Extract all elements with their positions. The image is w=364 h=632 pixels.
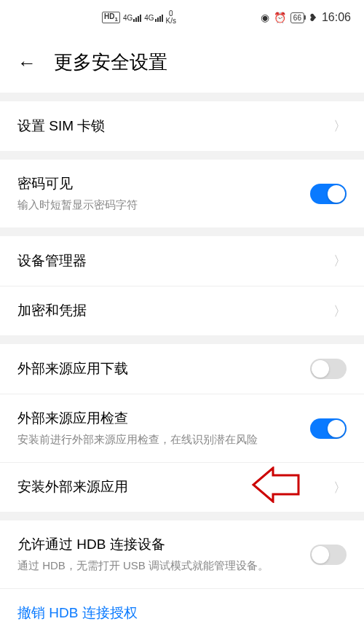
row-external-download[interactable]: 外部来源应用下载 [0, 344, 364, 394]
chevron-right-icon: 〉 [333, 303, 347, 320]
signal-1: 4G [123, 14, 141, 22]
row-device-admin[interactable]: 设备管理器 〉 [0, 236, 364, 286]
row-subtitle: 通过 HDB，无需打开 USB 调试模式就能管理设备。 [17, 558, 301, 574]
row-sim-lock[interactable]: 设置 SIM 卡锁 〉 [0, 101, 364, 151]
row-external-check[interactable]: 外部来源应用检查 安装前进行外部来源应用检查，在线识别潜在风险 [0, 394, 364, 462]
chevron-right-icon: 〉 [333, 479, 347, 496]
toggle-hdb[interactable] [310, 545, 347, 565]
page-title: 更多安全设置 [54, 50, 167, 75]
net-speed: 0K/s [166, 10, 176, 25]
row-label: 加密和凭据 [17, 301, 325, 321]
eye-icon: ◉ [261, 12, 269, 23]
toggle-external-download[interactable] [310, 359, 347, 379]
chevron-right-icon: 〉 [333, 252, 347, 270]
row-label: 设置 SIM 卡锁 [17, 117, 325, 136]
page-header: ← 更多安全设置 [0, 35, 364, 93]
clock-time: 16:06 [322, 11, 351, 24]
row-encrypt-creds[interactable]: 加密和凭据 〉 [0, 286, 364, 335]
row-label: 设备管理器 [17, 251, 325, 271]
row-label: 外部来源应用检查 [17, 409, 301, 429]
toggle-external-check[interactable] [310, 418, 347, 439]
row-hdb-connect[interactable]: 允许通过 HDB 连接设备 通过 HDB，无需打开 USB 调试模式就能管理设备… [0, 520, 364, 588]
row-subtitle: 输入时短暂显示密码字符 [17, 197, 301, 214]
leaf-icon: ❥ [309, 12, 317, 23]
back-button[interactable]: ← [17, 53, 36, 72]
row-label: 密码可见 [17, 174, 301, 194]
chevron-right-icon: 〉 [333, 117, 347, 135]
battery-icon: 66 [290, 12, 304, 23]
row-revoke-hdb[interactable]: 撤销 HDB 连接授权 [0, 588, 364, 632]
toggle-password-visible[interactable] [310, 184, 347, 204]
row-label: 撤销 HDB 连接授权 [17, 604, 347, 623]
row-password-visible[interactable]: 密码可见 输入时短暂显示密码字符 [0, 160, 364, 227]
signal-2: 4G [144, 14, 162, 22]
row-subtitle: 安装前进行外部来源应用检查，在线识别潜在风险 [17, 432, 301, 448]
status-left: HD1 4G 4G 0K/s [102, 10, 176, 25]
row-label: 允许通过 HDB 连接设备 [17, 535, 301, 555]
status-right: ◉ ⏰ 66 ❥ 16:06 [261, 11, 351, 24]
row-install-external[interactable]: 安装外部来源应用 〉 [0, 462, 364, 512]
row-label: 安装外部来源应用 [17, 477, 325, 497]
alarm-icon: ⏰ [274, 12, 286, 23]
status-bar: HD1 4G 4G 0K/s ◉ ⏰ 66 ❥ 16:06 [0, 0, 364, 35]
hd-badge: HD1 [102, 12, 120, 23]
row-label: 外部来源应用下载 [17, 359, 301, 379]
